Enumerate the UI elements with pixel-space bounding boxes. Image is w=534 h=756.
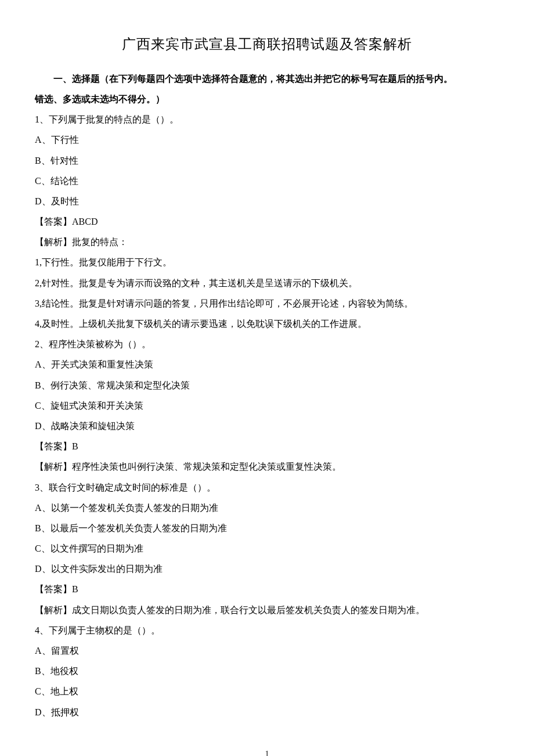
q1-explain-2: 2,针对性。批复是专为请示而设臵的文种，其主送机关是呈送请示的下级机关。	[35, 273, 499, 293]
q2-stem: 2、程序性决策被称为（）。	[35, 334, 499, 354]
q1-option-a: A、下行性	[35, 129, 499, 150]
q1-option-c: C、结论性	[35, 171, 499, 191]
q4-option-a: A、留置权	[35, 640, 499, 661]
q1-stem: 1、下列属于批复的特点的是（）。	[35, 109, 499, 129]
section-header-line2: 错选、多选或未选均不得分。）	[35, 89, 499, 109]
q1-explain-1: 1,下行性。批复仅能用于下行文。	[35, 252, 499, 272]
document-title: 广西来宾市武宣县工商联招聘试题及答案解析	[35, 29, 499, 60]
q2-answer: 【答案】B	[35, 436, 499, 456]
q3-option-c: C、以文件撰写的日期为准	[35, 538, 499, 559]
q4-option-d: D、抵押权	[35, 702, 499, 722]
q2-option-c: C、旋钮式决策和开关决策	[35, 395, 499, 416]
q4-option-b: B、地役权	[35, 661, 499, 681]
q4-option-c: C、地上权	[35, 681, 499, 701]
q3-answer: 【答案】B	[35, 579, 499, 599]
q4-stem: 4、下列属于主物权的是（）。	[35, 620, 499, 640]
q1-explain-head: 【解析】批复的特点：	[35, 232, 499, 252]
page-number: 1	[35, 746, 499, 756]
q2-option-a: A、开关式决策和重复性决策	[35, 354, 499, 375]
q1-explain-3: 3,结论性。批复是针对请示问题的答复，只用作出结论即可，不必展开论述，内容较为简…	[35, 293, 499, 314]
section-header-line1: 一、选择题（在下列每题四个选项中选择符合题意的，将其选出并把它的标号写在题后的括…	[35, 69, 499, 89]
q1-explain-4: 4,及时性。上级机关批复下级机关的请示要迅速，以免耽误下级机关的工作进展。	[35, 314, 499, 334]
q3-option-b: B、以最后一个签发机关负责人签发的日期为准	[35, 518, 499, 538]
q3-option-d: D、以文件实际发出的日期为准	[35, 559, 499, 579]
q1-option-d: D、及时性	[35, 191, 499, 211]
q2-option-b: B、例行决策、常规决策和定型化决策	[35, 375, 499, 395]
q1-option-b: B、针对性	[35, 150, 499, 171]
q3-option-a: A、以第一个签发机关负责人签发的日期为准	[35, 498, 499, 518]
q3-stem: 3、联合行文时确定成文时间的标准是（）。	[35, 477, 499, 498]
q1-answer: 【答案】ABCD	[35, 211, 499, 232]
q2-explain: 【解析】程序性决策也叫例行决策、常规决策和定型化决策或重复性决策。	[35, 456, 499, 477]
q2-option-d: D、战略决策和旋钮决策	[35, 416, 499, 436]
q3-explain: 【解析】成文日期以负责人签发的日期为准，联合行文以最后签发机关负责人的签发日期为…	[35, 600, 499, 620]
